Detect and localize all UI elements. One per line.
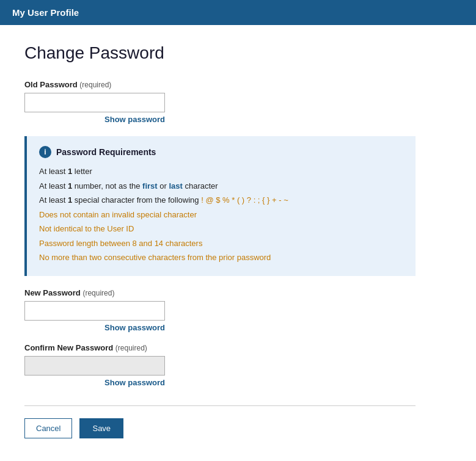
header-title: My User Profile xyxy=(12,7,79,18)
list-item: Does not contain an invalid special char… xyxy=(39,209,403,221)
main-content: Change Password Old Password (required) … xyxy=(0,25,440,457)
confirm-password-required: (required) xyxy=(115,344,147,352)
button-row: Cancel Save xyxy=(24,418,416,438)
old-password-label: Old Password (required) xyxy=(24,80,416,89)
old-password-group: Old Password (required) Show password xyxy=(24,80,416,124)
old-password-required: (required) xyxy=(79,81,111,89)
list-item: At least 1 letter xyxy=(39,165,403,178)
new-password-input[interactable] xyxy=(24,301,165,321)
requirements-list: At least 1 letter At least 1 number, not… xyxy=(39,165,403,264)
requirements-heading: Password Requirements xyxy=(56,147,156,157)
confirm-password-show-toggle[interactable]: Show password xyxy=(24,378,165,387)
new-password-required: (required) xyxy=(82,289,114,297)
confirm-password-label: Confirm New Password (required) xyxy=(24,343,416,352)
save-button[interactable]: Save xyxy=(79,418,123,438)
old-password-show-toggle[interactable]: Show password xyxy=(24,115,165,124)
app-header: My User Profile xyxy=(0,0,476,25)
info-icon: i xyxy=(39,146,51,158)
list-item: Password length between 8 and 14 charact… xyxy=(39,238,403,250)
cancel-button[interactable]: Cancel xyxy=(24,418,72,438)
new-password-group: New Password (required) Show password xyxy=(24,288,416,332)
list-item: Not identical to the User ID xyxy=(39,223,403,235)
password-requirements-box: i Password Requirements At least 1 lette… xyxy=(24,136,416,276)
old-password-input[interactable] xyxy=(24,93,165,112)
confirm-password-input[interactable] xyxy=(24,356,165,376)
new-password-label: New Password (required) xyxy=(24,288,416,297)
list-item: At least 1 special character from the fo… xyxy=(39,194,403,206)
form-divider xyxy=(24,405,416,406)
new-password-show-toggle[interactable]: Show password xyxy=(24,323,165,332)
list-item: No more than two consecutive characters … xyxy=(39,252,403,264)
page-title: Change Password xyxy=(24,43,416,63)
requirements-header: i Password Requirements xyxy=(39,146,403,158)
confirm-password-group: Confirm New Password (required) Show pas… xyxy=(24,343,416,387)
list-item: At least 1 number, not as the first or l… xyxy=(39,180,403,192)
